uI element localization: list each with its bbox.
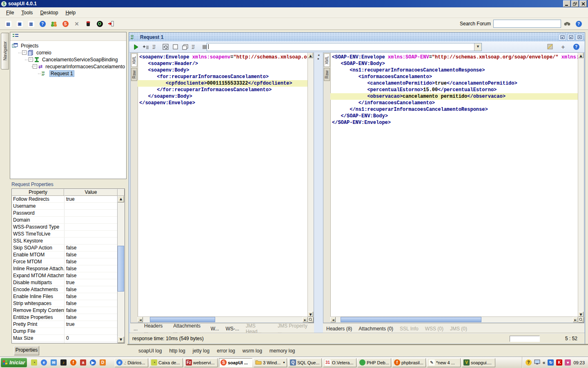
log-tab-soapui[interactable]: soapUI log [135, 346, 165, 355]
tab-raw[interactable]: Raw [324, 68, 330, 81]
tab-xml[interactable]: XML [131, 54, 137, 67]
close-button[interactable] [579, 0, 587, 7]
tab--[interactable]: ... [130, 324, 141, 333]
help-icon[interactable]: ? [38, 19, 47, 29]
menu-tools[interactable]: Tools [18, 9, 36, 17]
scrollbar-thumb[interactable] [118, 246, 124, 292]
add-step-icon[interactable] [141, 43, 150, 51]
property-row[interactable]: Domain [12, 217, 125, 224]
task-button[interactable]: 31O.Vetera... [323, 358, 356, 367]
kaspersky-icon[interactable]: K [556, 359, 562, 366]
magnifier-icon[interactable] [578, 317, 584, 323]
scrollbar-thumb[interactable] [341, 317, 481, 322]
column-header-property[interactable]: Property [12, 189, 64, 196]
media-player-icon[interactable]: ▶ [90, 359, 96, 366]
outlook-icon[interactable]: ✉ [51, 359, 57, 366]
menu-help[interactable]: Help [62, 9, 79, 17]
menu-file[interactable]: File [2, 9, 18, 17]
search-forum-input[interactable] [493, 20, 561, 28]
import-window-icon[interactable]: ▣ [15, 19, 24, 29]
help-tray-icon[interactable]: ? [526, 359, 532, 366]
task-button[interactable]: Fzwebservi... [184, 358, 218, 367]
property-row[interactable]: Entitize Propertiesfalse [12, 314, 125, 321]
copy-workspace-icon[interactable]: ▤ [3, 19, 13, 29]
property-row[interactable]: SSL Keystore [12, 238, 125, 245]
task-button[interactable]: e.: Diários... [115, 358, 148, 367]
property-row[interactable]: Remove Empty Contentfalse [12, 307, 125, 314]
restore-button[interactable] [571, 0, 579, 7]
tree-node[interactable]: Projects [10, 42, 126, 49]
task-button[interactable]: ◔Caixa de... [149, 358, 183, 367]
property-row[interactable]: Password [12, 210, 125, 217]
task-button[interactable]: Vsoapgui.... [462, 358, 495, 367]
expander-icon[interactable]: − [29, 57, 33, 62]
property-value[interactable]: false [64, 251, 125, 258]
binoculars-icon[interactable] [564, 19, 571, 29]
add-icon[interactable]: + [559, 43, 568, 51]
scroll-down-icon[interactable]: ▼ [308, 312, 313, 317]
log-tab-memory[interactable]: memory log [266, 346, 299, 355]
firefox-icon[interactable]: f [70, 359, 76, 366]
property-value[interactable] [64, 231, 125, 237]
property-row[interactable]: Encode Attachmentsfalse [12, 286, 125, 293]
log-tab-http[interactable]: http log [165, 346, 189, 355]
minimize-button[interactable] [563, 0, 570, 7]
expander-icon[interactable]: − [33, 64, 37, 69]
list-options-icon[interactable] [13, 34, 18, 40]
chevron-down-icon[interactable]: ▼ [474, 43, 481, 51]
property-row[interactable]: Username [12, 203, 125, 210]
help-icon[interactable]: ? [572, 43, 581, 51]
task-button[interactable]: 3 Wind...▼ [254, 358, 287, 367]
create-request-icon[interactable]: SOAP [151, 43, 160, 51]
property-value[interactable]: false [64, 314, 125, 321]
winamp-icon[interactable]: ♪ [60, 359, 67, 366]
undock-window-icon[interactable] [567, 34, 575, 40]
property-row[interactable]: Strip whitespacesfalse [12, 300, 125, 307]
request-window-titlebar[interactable]: SOAP Request 1 [129, 33, 585, 41]
tree-node[interactable]: −⇄recuperarInformacoesCancelamento [10, 63, 126, 70]
copy-doc-icon[interactable]: D [100, 359, 106, 366]
property-row[interactable]: WSS TimeToLive [12, 231, 125, 238]
task-button[interactable]: QSQL Que... [288, 358, 322, 367]
property-value[interactable] [64, 203, 125, 209]
scroll-up-icon[interactable]: ▲ [578, 53, 584, 58]
column-header-value[interactable]: Value [64, 189, 118, 196]
property-value[interactable] [64, 224, 125, 230]
tab-attachments-0-[interactable]: Attachments (0) [355, 324, 396, 333]
property-row[interactable]: Follow Redirectstrue [12, 196, 125, 203]
clone-icon[interactable] [180, 43, 189, 51]
mail-icon[interactable]: ♥ [565, 359, 571, 366]
property-row[interactable]: Skip SOAP Actionfalse [12, 245, 125, 251]
preferences-icon[interactable]: ✕ [72, 19, 82, 29]
flash-icon[interactable]: a [80, 359, 86, 366]
endpoint-combobox[interactable]: ▼ [207, 43, 482, 51]
scroll-right-icon[interactable]: ► [573, 317, 578, 322]
property-value[interactable] [64, 238, 125, 244]
display-icon[interactable] [534, 359, 540, 366]
log-tab-wsrm[interactable]: wsrm log [239, 346, 266, 355]
scroll-up-icon[interactable]: ▲ [308, 53, 313, 58]
property-value[interactable] [64, 328, 125, 334]
oreilly-icon[interactable]: O [95, 19, 105, 29]
property-value[interactable]: false [64, 265, 125, 272]
property-row[interactable]: WSS-Password Type [12, 224, 125, 231]
response-vertical-scrollbar[interactable]: ▲ ▼ [578, 53, 584, 317]
property-value[interactable] [64, 217, 125, 223]
tab-xml[interactable]: XML [324, 54, 330, 67]
run-icon[interactable] [131, 43, 140, 51]
scroll-up-icon[interactable]: ▲ [118, 196, 124, 202]
scroll-left-icon[interactable]: ◄ [330, 317, 336, 322]
property-value[interactable]: false [64, 300, 125, 307]
menu-desktop[interactable]: Desktop [36, 9, 62, 17]
log-tab-jetty[interactable]: jetty log [189, 346, 213, 355]
property-value[interactable]: 0 [64, 335, 125, 341]
navigator-side-tab[interactable]: Navigator [1, 33, 9, 70]
tab-w-[interactable]: W... [207, 324, 223, 333]
apply-soap-icon[interactable]: SOAP [190, 43, 199, 51]
response-xml-editor[interactable]: XMLRaw <SOAP-ENV:Envelope xmlns:SOAP-ENV… [323, 52, 584, 323]
ie-icon[interactable]: e [41, 359, 47, 366]
property-value[interactable]: true [64, 321, 125, 328]
property-row[interactable]: Enable Inline Filesfalse [12, 293, 125, 300]
filter-icon[interactable] [546, 43, 555, 51]
property-value[interactable] [64, 210, 125, 216]
